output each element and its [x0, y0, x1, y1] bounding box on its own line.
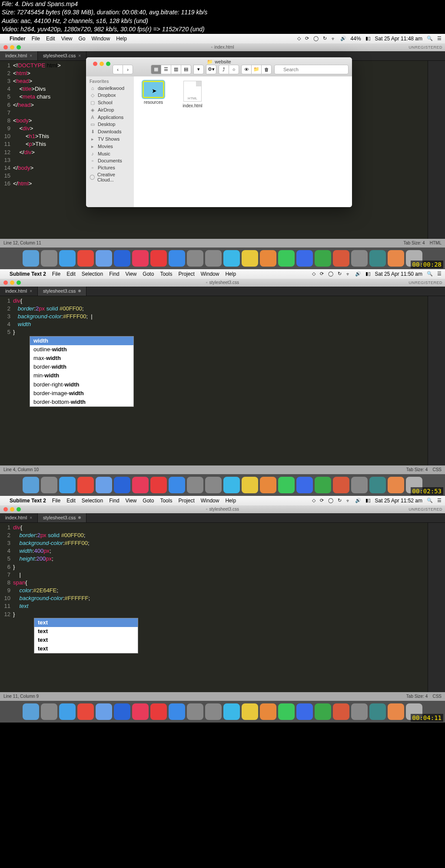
menu-selection[interactable]: Selection: [82, 271, 103, 277]
dock-item-safari[interactable]: [59, 703, 76, 720]
autocomplete-popup[interactable]: widthoutline-widthmax-widthborder-widthm…: [30, 336, 134, 407]
menu-find[interactable]: Find: [109, 271, 119, 277]
dock-item-excel[interactable]: [315, 250, 331, 267]
dock-item-powerpoint[interactable]: [333, 477, 349, 493]
sidebar-item-pictures[interactable]: ▫Pictures: [86, 164, 134, 171]
notifications-icon[interactable]: ☰: [437, 36, 442, 41]
dock-item-skype[interactable]: [223, 250, 240, 267]
dock-item-excel[interactable]: [315, 477, 331, 493]
autocomplete-item[interactable]: border-image-width: [30, 389, 133, 398]
menu-view[interactable]: View: [126, 271, 137, 277]
dock-item-other[interactable]: [187, 477, 203, 493]
autocomplete-item[interactable]: max-width: [30, 354, 133, 363]
arrange-button[interactable]: ▾: [193, 65, 204, 74]
forward-button[interactable]: ›: [123, 65, 133, 74]
dropbox-icon[interactable]: ◇: [312, 498, 315, 503]
dock-item-itunes[interactable]: [150, 477, 167, 493]
close-tab-icon[interactable]: ×: [78, 53, 81, 58]
menu-file[interactable]: File: [52, 498, 60, 504]
volume-icon[interactable]: 🔊: [355, 271, 361, 277]
dock-item-vlc[interactable]: [260, 477, 276, 493]
icon-view-button[interactable]: ▦: [151, 65, 161, 74]
dock-item-finder[interactable]: [23, 703, 39, 720]
dock-item-other[interactable]: [187, 250, 203, 267]
battery-icon[interactable]: ▮▯: [365, 36, 371, 41]
wifi-icon[interactable]: ᯤ: [331, 36, 336, 41]
dock-item-som[interactable]: [388, 703, 404, 720]
column-view-button[interactable]: ▥: [171, 65, 181, 74]
sync-icon[interactable]: ⟳: [320, 271, 324, 277]
dock-item-itunes[interactable]: [150, 250, 167, 267]
close-tab-icon[interactable]: ×: [30, 289, 32, 294]
close-button[interactable]: [3, 281, 8, 285]
sidebar-item-school[interactable]: ▢School: [86, 99, 134, 106]
menu-edit[interactable]: Edit: [66, 498, 76, 504]
dock-item-spotify[interactable]: [278, 703, 295, 720]
dock-item-word[interactable]: [296, 703, 313, 720]
dock-item-skitch[interactable]: [132, 703, 149, 720]
syntax-mode[interactable]: HTML: [430, 241, 442, 245]
autocomplete-item[interactable]: text: [34, 627, 138, 636]
close-tab-icon[interactable]: ×: [30, 515, 32, 520]
zoom-button[interactable]: [106, 62, 110, 66]
close-tab-icon[interactable]: ×: [30, 53, 32, 58]
dock-item-chrome[interactable]: [77, 250, 94, 267]
sync-icon[interactable]: ⟳: [305, 36, 309, 41]
minimize-button[interactable]: [100, 62, 104, 66]
list-view-button[interactable]: ☰: [161, 65, 171, 74]
minimize-button[interactable]: [10, 281, 14, 285]
tab-stylesheet3-css[interactable]: stylesheet3.css: [38, 287, 86, 296]
dock-item-arduino[interactable]: [369, 703, 386, 720]
autocomplete-item[interactable]: text: [34, 644, 138, 653]
sidebar-item-applications[interactable]: AApplications: [86, 114, 134, 121]
menu-go[interactable]: Go: [79, 36, 86, 42]
tab-index-html[interactable]: index.html×: [0, 513, 38, 522]
dock-item-chrome[interactable]: [77, 703, 94, 720]
spotlight-icon[interactable]: 🔍: [427, 271, 433, 277]
finder-window[interactable]: 📁website ‹ › ▦ ☰ ▥ ▤ ▾ ⚙▾ ⤴ ○: [86, 57, 352, 207]
minimize-button[interactable]: [10, 507, 14, 512]
dock-item-spotify[interactable]: [278, 250, 295, 267]
menu-help[interactable]: Help: [225, 271, 236, 277]
sidebar-item-downloads[interactable]: ⬇Downloads: [86, 128, 134, 135]
autocomplete-item[interactable]: border-bottom-width: [30, 398, 133, 406]
volume-icon[interactable]: 🔊: [355, 498, 361, 503]
syntax-mode[interactable]: CSS: [432, 694, 442, 699]
tab-index-html[interactable]: index.html×: [0, 287, 38, 296]
dock-item-chrome[interactable]: [77, 477, 94, 493]
dock-item-sublime[interactable]: [351, 477, 368, 493]
sidebar-item-movies[interactable]: ▸Movies: [86, 143, 134, 150]
autocomplete-popup[interactable]: texttexttexttext: [34, 618, 138, 654]
close-button[interactable]: [3, 45, 8, 50]
dock-item-som[interactable]: [388, 477, 404, 493]
dock-item-safari[interactable]: [59, 477, 76, 493]
tags-button[interactable]: ○: [229, 65, 239, 74]
dock-item-word[interactable]: [296, 477, 313, 493]
dock-item-vlc[interactable]: [260, 250, 276, 267]
dock-item-sublime[interactable]: [351, 703, 368, 720]
menu-window[interactable]: Window: [92, 36, 110, 42]
dock-item-notes[interactable]: [242, 477, 258, 493]
autocomplete-item[interactable]: min-width: [30, 371, 133, 380]
quicklook-button[interactable]: 👁: [241, 65, 252, 74]
code-editor[interactable]: 123456789101112 div{ border:2px solid #0…: [0, 523, 445, 692]
dock-item-skitch[interactable]: [132, 477, 149, 493]
minimap[interactable]: [428, 296, 445, 465]
dock-item-skype[interactable]: [223, 477, 240, 493]
dock-item-notes[interactable]: [242, 250, 258, 267]
delete-button[interactable]: 🗑: [261, 65, 272, 74]
newfolder-button[interactable]: 📁: [251, 65, 262, 74]
minimize-button[interactable]: [10, 45, 14, 50]
tab-stylesheet3-css[interactable]: stylesheet3.css: [38, 513, 86, 522]
spotlight-icon[interactable]: 🔍: [427, 498, 433, 503]
dock-item-powerpoint[interactable]: [333, 703, 349, 720]
coverflow-view-button[interactable]: ▤: [181, 65, 191, 74]
menu-project[interactable]: Project: [178, 271, 194, 277]
menu-tools[interactable]: Tools: [160, 498, 172, 504]
menu-edit[interactable]: Edit: [66, 271, 76, 277]
cc-icon[interactable]: ◯: [328, 271, 333, 277]
sidebar-item-desktop[interactable]: ▭Desktop: [86, 121, 134, 128]
dropbox-icon[interactable]: ◇: [297, 36, 301, 41]
dock-item-dropbox[interactable]: [114, 703, 130, 720]
dock-item-finder[interactable]: [23, 250, 39, 267]
